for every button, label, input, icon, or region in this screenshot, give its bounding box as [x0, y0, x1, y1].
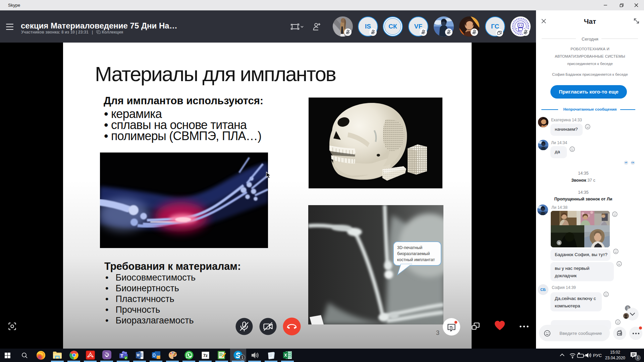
svg-text:7z: 7z: [203, 353, 208, 358]
svg-text:биоразлагаемый: биоразлагаемый: [397, 251, 430, 256]
svg-text:3D-печатный: 3D-печатный: [397, 245, 422, 250]
svg-text:костный имплантат: костный имплантат: [397, 257, 435, 262]
svg-text:S: S: [558, 241, 560, 245]
